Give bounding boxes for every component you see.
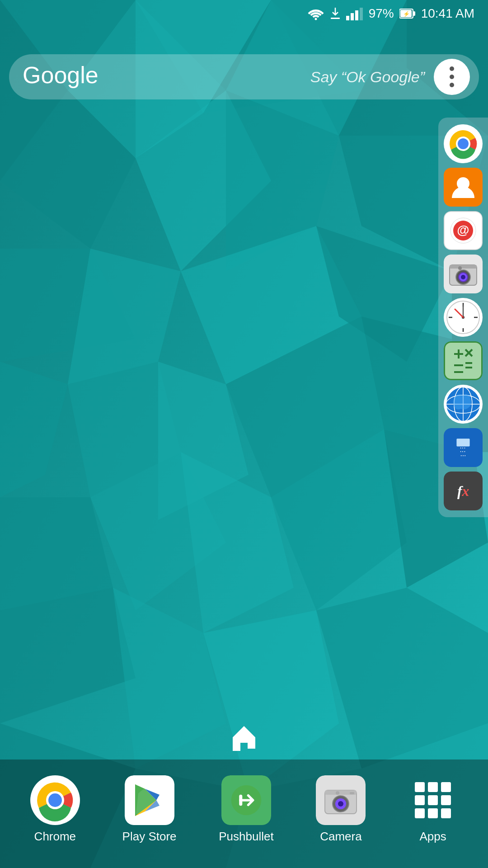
google-logo: Google (23, 60, 113, 94)
svg-point-38 (314, 18, 317, 20)
right-dock: @ (438, 118, 488, 517)
sidebar-clock-icon[interactable] (444, 298, 483, 337)
ok-google-text: Say “Ok Google” (310, 68, 425, 86)
svg-rect-105 (441, 782, 451, 792)
svg-rect-109 (415, 808, 425, 818)
dot2 (450, 75, 454, 79)
status-bar: 97% ⚡ 10:41 AM (0, 0, 488, 27)
apps-icon-container (408, 775, 458, 825)
home-button-area (230, 724, 258, 753)
svg-text:⚡: ⚡ (403, 10, 410, 17)
svg-text:@: @ (457, 223, 469, 237)
svg-rect-104 (428, 782, 438, 792)
svg-rect-102 (350, 792, 354, 794)
playstore-icon-container (125, 775, 174, 825)
sidebar-calculator-icon[interactable] (444, 341, 483, 380)
sidebar-chrome-icon[interactable] (444, 124, 483, 163)
chrome-label: Chrome (34, 830, 76, 844)
download-icon (330, 7, 341, 20)
svg-rect-39 (331, 18, 340, 19)
dot3 (450, 83, 454, 87)
sidebar-browser-icon[interactable] (444, 385, 483, 424)
signal-icon (346, 7, 363, 20)
battery-icon: ⚡ (399, 7, 416, 20)
dock-chrome[interactable]: Chrome (30, 775, 80, 844)
svg-rect-41 (351, 13, 354, 20)
apps-label: Apps (419, 830, 446, 844)
chrome-icon-container (30, 775, 80, 825)
svg-point-52 (458, 138, 469, 149)
svg-rect-111 (441, 808, 451, 818)
dock-pushbullet[interactable]: Pushbullet (219, 775, 273, 844)
pushbullet-label: Pushbullet (219, 830, 273, 844)
bottom-dock: Chrome Play Store (0, 760, 488, 868)
dock-apps[interactable]: Apps (408, 775, 458, 844)
svg-rect-86 (456, 439, 469, 446)
home-icon[interactable] (230, 724, 258, 751)
dock-camera[interactable]: Camera (316, 775, 366, 844)
svg-rect-103 (415, 782, 425, 792)
svg-rect-45 (413, 11, 415, 16)
battery-percent: 97% (369, 6, 394, 21)
svg-rect-95 (239, 794, 242, 806)
svg-rect-42 (355, 10, 358, 20)
sidebar-camera-icon[interactable] (444, 255, 483, 293)
sidebar-email-icon[interactable]: @ (444, 211, 483, 250)
svg-point-101 (336, 791, 339, 795)
search-more-button[interactable] (434, 59, 470, 95)
svg-rect-58 (450, 265, 477, 269)
svg-rect-108 (441, 795, 451, 805)
svg-point-62 (458, 266, 462, 270)
svg-rect-40 (346, 16, 349, 20)
svg-text:•  •  •
          •  •  •
    : • • • • • • • • • (460, 446, 466, 457)
sidebar-contacts-icon[interactable] (444, 168, 483, 207)
svg-rect-107 (428, 795, 438, 805)
pushbullet-icon-container (221, 775, 271, 825)
camera-icon-container (316, 775, 366, 825)
sidebar-dialer-icon[interactable]: • • • • • • • • • (444, 428, 483, 467)
svg-point-61 (461, 275, 465, 279)
svg-rect-110 (428, 808, 438, 818)
svg-point-100 (338, 801, 343, 807)
google-search-bar[interactable]: Google Say “Ok Google” (9, 54, 479, 99)
dot1 (450, 66, 454, 71)
playstore-label: Play Store (122, 830, 177, 844)
sidebar-fx-icon[interactable]: fx (444, 472, 483, 510)
dock-playstore[interactable]: Play Store (122, 775, 177, 844)
svg-rect-106 (415, 795, 425, 805)
svg-point-93 (48, 793, 62, 807)
wifi-icon (307, 7, 324, 20)
camera-label: Camera (320, 830, 361, 844)
status-time: 10:41 AM (421, 6, 474, 21)
svg-rect-43 (360, 8, 363, 20)
svg-text:fx: fx (457, 483, 469, 499)
svg-text:Google: Google (23, 62, 99, 88)
